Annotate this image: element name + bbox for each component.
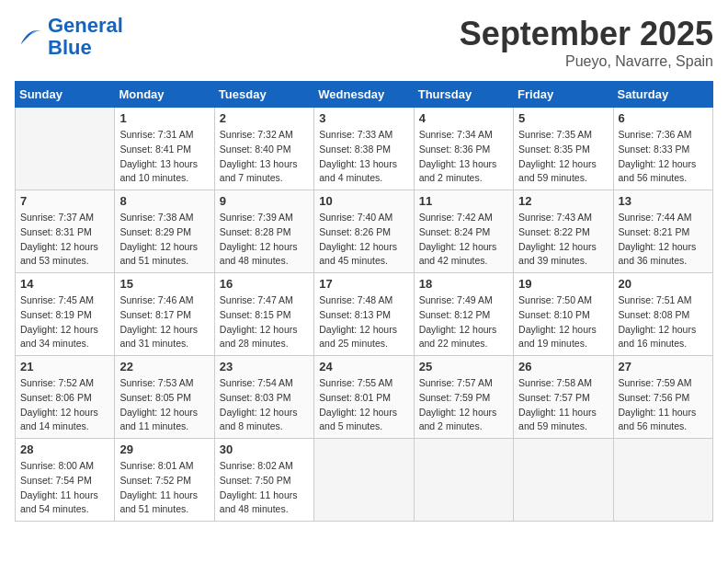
day-number: 2 [220,111,309,125]
calendar-cell: 29 Sunrise: 8:01 AMSunset: 7:52 PMDaylig… [115,439,214,522]
calendar-cell [613,439,712,522]
day-info: Sunrise: 7:48 AMSunset: 8:13 PMDaylight:… [319,293,408,351]
day-info: Sunrise: 7:58 AMSunset: 7:57 PMDaylight:… [518,376,608,434]
day-number: 16 [220,277,309,291]
calendar-cell: 12 Sunrise: 7:43 AMSunset: 8:22 PMDaylig… [514,190,613,273]
col-header-tuesday: Tuesday [214,82,313,108]
day-info: Sunrise: 7:54 AMSunset: 8:03 PMDaylight:… [220,376,309,434]
day-number: 15 [119,277,209,291]
day-info: Sunrise: 7:44 AMSunset: 8:21 PMDaylight:… [619,211,708,269]
day-number: 17 [319,277,408,291]
col-header-wednesday: Wednesday [314,82,414,108]
col-header-thursday: Thursday [414,82,513,108]
calendar-cell: 25 Sunrise: 7:57 AMSunset: 7:59 PMDaylig… [414,356,513,439]
day-info: Sunrise: 8:02 AMSunset: 7:50 PMDaylight:… [220,459,309,517]
day-number: 8 [119,194,209,208]
day-info: Sunrise: 7:36 AMSunset: 8:33 PMDaylight:… [619,128,708,186]
page-header: GeneralBlue September 2025 Pueyo, Navarr… [15,15,713,70]
calendar-cell: 28 Sunrise: 8:00 AMSunset: 7:54 PMDaylig… [16,439,115,522]
calendar-cell [514,439,613,522]
calendar-cell: 19 Sunrise: 7:50 AMSunset: 8:10 PMDaylig… [514,273,613,356]
calendar-cell: 15 Sunrise: 7:46 AMSunset: 8:17 PMDaylig… [115,273,214,356]
calendar-cell: 7 Sunrise: 7:37 AMSunset: 8:31 PMDayligh… [16,190,115,273]
calendar-cell: 14 Sunrise: 7:45 AMSunset: 8:19 PMDaylig… [16,273,115,356]
day-info: Sunrise: 7:40 AMSunset: 8:26 PMDaylight:… [319,211,408,269]
calendar-cell: 20 Sunrise: 7:51 AMSunset: 8:08 PMDaylig… [613,273,712,356]
week-row-3: 14 Sunrise: 7:45 AMSunset: 8:19 PMDaylig… [16,273,713,356]
day-info: Sunrise: 7:51 AMSunset: 8:08 PMDaylight:… [619,293,708,351]
logo: GeneralBlue [15,15,123,59]
day-number: 19 [518,277,608,291]
calendar-cell: 10 Sunrise: 7:40 AMSunset: 8:26 PMDaylig… [314,190,414,273]
month-title: September 2025 [460,15,713,53]
day-number: 3 [319,111,408,125]
day-info: Sunrise: 7:46 AMSunset: 8:17 PMDaylight:… [119,293,209,351]
week-row-1: 1 Sunrise: 7:31 AMSunset: 8:41 PMDayligh… [16,108,713,190]
calendar-cell: 26 Sunrise: 7:58 AMSunset: 7:57 PMDaylig… [514,356,613,439]
day-info: Sunrise: 7:43 AMSunset: 8:22 PMDaylight:… [518,211,608,269]
day-info: Sunrise: 7:32 AMSunset: 8:40 PMDaylight:… [220,128,309,186]
day-info: Sunrise: 7:33 AMSunset: 8:38 PMDaylight:… [319,128,408,186]
day-number: 23 [220,360,309,373]
day-number: 5 [518,111,608,125]
day-number: 14 [20,277,109,291]
day-number: 4 [419,111,508,125]
day-info: Sunrise: 7:39 AMSunset: 8:28 PMDaylight:… [220,211,309,269]
calendar-cell: 4 Sunrise: 7:34 AMSunset: 8:36 PMDayligh… [414,108,513,190]
week-row-4: 21 Sunrise: 7:52 AMSunset: 8:06 PMDaylig… [16,356,713,439]
col-header-sunday: Sunday [16,82,115,108]
day-number: 18 [419,277,508,291]
col-header-saturday: Saturday [613,82,712,108]
day-info: Sunrise: 8:00 AMSunset: 7:54 PMDaylight:… [20,459,109,517]
day-info: Sunrise: 7:53 AMSunset: 8:05 PMDaylight:… [119,376,209,434]
calendar-cell [16,108,115,190]
logo-blue: Blue [48,36,92,59]
day-number: 26 [518,360,608,373]
day-info: Sunrise: 7:37 AMSunset: 8:31 PMDaylight:… [20,211,109,269]
day-info: Sunrise: 7:52 AMSunset: 8:06 PMDaylight:… [20,376,109,434]
day-number: 27 [619,360,708,373]
day-info: Sunrise: 7:38 AMSunset: 8:29 PMDaylight:… [119,211,209,269]
calendar-cell: 21 Sunrise: 7:52 AMSunset: 8:06 PMDaylig… [16,356,115,439]
calendar-table: SundayMondayTuesdayWednesdayThursdayFrid… [15,81,713,522]
header-row: SundayMondayTuesdayWednesdayThursdayFrid… [16,82,713,108]
location: Pueyo, Navarre, Spain [460,53,713,70]
day-info: Sunrise: 7:42 AMSunset: 8:24 PMDaylight:… [419,211,508,269]
week-row-2: 7 Sunrise: 7:37 AMSunset: 8:31 PMDayligh… [16,190,713,273]
day-number: 1 [119,111,209,125]
calendar-cell: 18 Sunrise: 7:49 AMSunset: 8:12 PMDaylig… [414,273,513,356]
calendar-cell: 6 Sunrise: 7:36 AMSunset: 8:33 PMDayligh… [613,108,712,190]
day-number: 13 [619,194,708,208]
week-row-5: 28 Sunrise: 8:00 AMSunset: 7:54 PMDaylig… [16,439,713,522]
calendar-cell: 5 Sunrise: 7:35 AMSunset: 8:35 PMDayligh… [514,108,613,190]
calendar-cell: 8 Sunrise: 7:38 AMSunset: 8:29 PMDayligh… [115,190,214,273]
calendar-cell: 27 Sunrise: 7:59 AMSunset: 7:56 PMDaylig… [613,356,712,439]
col-header-monday: Monday [115,82,214,108]
day-info: Sunrise: 8:01 AMSunset: 7:52 PMDaylight:… [119,459,209,517]
calendar-cell: 17 Sunrise: 7:48 AMSunset: 8:13 PMDaylig… [314,273,414,356]
calendar-cell: 13 Sunrise: 7:44 AMSunset: 8:21 PMDaylig… [613,190,712,273]
day-info: Sunrise: 7:45 AMSunset: 8:19 PMDaylight:… [20,293,109,351]
day-number: 20 [619,277,708,291]
col-header-friday: Friday [514,82,613,108]
calendar-cell: 16 Sunrise: 7:47 AMSunset: 8:15 PMDaylig… [214,273,313,356]
calendar-cell: 2 Sunrise: 7:32 AMSunset: 8:40 PMDayligh… [214,108,313,190]
logo-general: General [48,14,123,37]
day-info: Sunrise: 7:34 AMSunset: 8:36 PMDaylight:… [419,128,508,186]
title-block: September 2025 Pueyo, Navarre, Spain [460,15,713,70]
day-number: 9 [220,194,309,208]
day-number: 10 [319,194,408,208]
day-number: 12 [518,194,608,208]
calendar-cell: 9 Sunrise: 7:39 AMSunset: 8:28 PMDayligh… [214,190,313,273]
day-info: Sunrise: 7:49 AMSunset: 8:12 PMDaylight:… [419,293,508,351]
logo-text-block: GeneralBlue [48,15,123,59]
day-info: Sunrise: 7:47 AMSunset: 8:15 PMDaylight:… [220,293,309,351]
calendar-cell [314,439,414,522]
day-info: Sunrise: 7:35 AMSunset: 8:35 PMDaylight:… [518,128,608,186]
calendar-cell [414,439,513,522]
calendar-cell: 24 Sunrise: 7:55 AMSunset: 8:01 PMDaylig… [314,356,414,439]
day-info: Sunrise: 7:31 AMSunset: 8:41 PMDaylight:… [119,128,209,186]
calendar-cell: 11 Sunrise: 7:42 AMSunset: 8:24 PMDaylig… [414,190,513,273]
logo-icon [15,24,44,50]
day-number: 6 [619,111,708,125]
